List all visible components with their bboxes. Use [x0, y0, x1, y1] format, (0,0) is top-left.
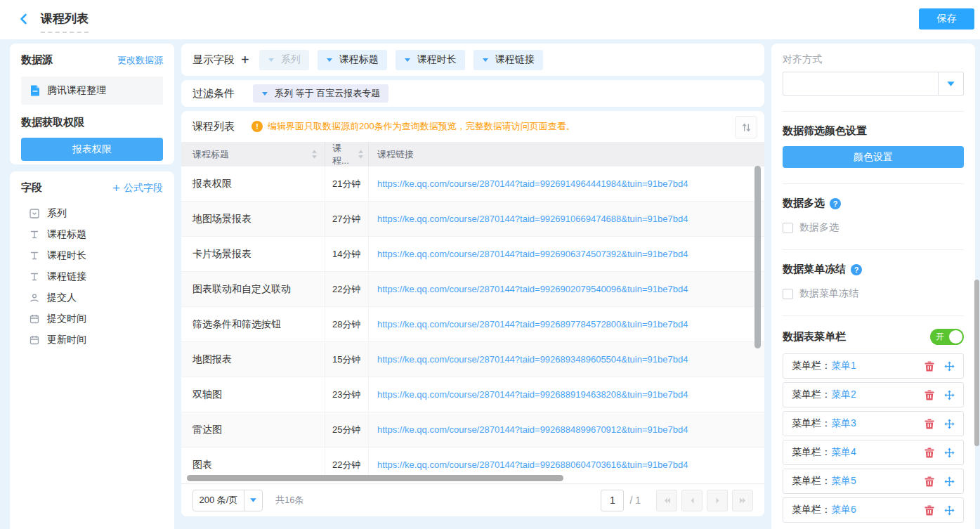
course-title-cell: 筛选条件和筛选按钮: [181, 307, 325, 341]
chevron-down-icon: [244, 490, 262, 511]
align-select[interactable]: [783, 72, 964, 96]
page: 课程列表 保存 数据源 更改数据源 腾讯课程整理 数据获取权限 报表权限 字段 …: [0, 0, 980, 529]
delete-icon[interactable]: [925, 505, 934, 516]
delete-icon[interactable]: [925, 419, 934, 429]
course-link[interactable]: https://ke.qq.com/course/2870144?taid=99…: [369, 272, 764, 306]
column-header-course-title[interactable]: 课程标题: [181, 142, 325, 166]
course-title-cell: 地图报表: [181, 342, 325, 377]
display-field-tag-course-title[interactable]: 课程标题: [318, 50, 387, 70]
calendar-icon: [30, 335, 39, 345]
course-link[interactable]: https://ke.qq.com/course/2870144?taid=99…: [369, 237, 764, 271]
menu-item[interactable]: 菜单栏： 菜单5: [783, 469, 964, 494]
text-field-icon: [30, 272, 39, 282]
course-link[interactable]: https://ke.qq.com/course/2870144?taid=99…: [369, 377, 764, 412]
menu-freeze-checkbox[interactable]: [783, 289, 793, 299]
menu-item[interactable]: 菜单栏： 菜单6: [783, 497, 964, 523]
page-total: / 1: [629, 495, 641, 506]
table-row: 图表联动和自定义联动 22分钟 https://ke.qq.com/course…: [181, 272, 764, 307]
color-settings-button[interactable]: 颜色设置: [783, 146, 964, 168]
save-button[interactable]: 保存: [919, 8, 974, 30]
delete-icon[interactable]: [925, 361, 934, 372]
page-title: 课程列表: [41, 11, 89, 33]
change-datasource-link[interactable]: 更改数据源: [117, 54, 163, 67]
display-field-tag-course-duration[interactable]: 课程时长: [396, 50, 465, 70]
menu-item[interactable]: 菜单栏： 菜单4: [783, 440, 964, 465]
course-duration-cell: 28分钟: [325, 307, 369, 341]
field-item-update-time[interactable]: 更新时间: [21, 329, 163, 351]
field-item-course-link[interactable]: 课程链接: [21, 266, 163, 287]
window-scrollbar[interactable]: [974, 280, 979, 446]
delete-icon[interactable]: [925, 390, 934, 400]
field-item-series[interactable]: 系列: [21, 203, 163, 224]
sort-updown-icon: [358, 150, 364, 159]
align-label: 对齐方式: [783, 53, 964, 66]
column-header-course-duration[interactable]: 课程...: [325, 142, 369, 166]
move-icon[interactable]: [944, 476, 955, 487]
menubar-toggle[interactable]: 开: [930, 329, 964, 345]
table-row: 雷达图 25分钟 https://ke.qq.com/course/287014…: [181, 412, 764, 448]
add-display-field-button[interactable]: +: [241, 53, 249, 67]
display-field-tag-course-link[interactable]: 课程链接: [473, 50, 543, 70]
back-icon[interactable]: [18, 13, 30, 25]
last-page-button[interactable]: [732, 490, 753, 511]
first-page-button[interactable]: [656, 490, 677, 511]
field-item-submit-time[interactable]: 提交时间: [21, 308, 163, 329]
field-item-course-title[interactable]: 课程标题: [21, 224, 163, 245]
help-icon[interactable]: ?: [851, 264, 862, 275]
move-icon[interactable]: [944, 419, 955, 429]
datasource-title: 数据源: [21, 53, 53, 67]
menu-item[interactable]: 菜单栏： 菜单1: [783, 353, 964, 379]
calendar-icon: [30, 314, 39, 324]
formula-field-link[interactable]: +公式字段: [112, 181, 163, 195]
course-link[interactable]: https://ke.qq.com/course/2870144?taid=99…: [369, 166, 764, 201]
next-page-button[interactable]: [707, 490, 728, 511]
delete-icon[interactable]: [925, 448, 934, 458]
divider: [783, 183, 964, 184]
column-header-course-link: 课程链接: [369, 142, 764, 166]
move-icon[interactable]: [944, 390, 955, 400]
move-icon[interactable]: [944, 448, 955, 458]
divider: [783, 315, 964, 316]
move-icon[interactable]: [944, 361, 955, 372]
help-icon[interactable]: ?: [830, 198, 841, 209]
course-title-cell: 双轴图: [181, 377, 325, 412]
page-size-select[interactable]: 200 条/页: [192, 490, 263, 511]
table-row: 双轴图 23分钟 https://ke.qq.com/course/287014…: [181, 377, 764, 412]
chevron-down-icon: [482, 58, 489, 63]
dropdown-field-icon: [30, 209, 39, 218]
course-duration-cell: 14分钟: [325, 237, 369, 271]
menu-item[interactable]: 菜单栏： 菜单2: [783, 382, 964, 407]
course-link[interactable]: https://ke.qq.com/course/2870144?taid=99…: [369, 342, 764, 377]
person-icon: [30, 293, 39, 303]
table-row: 筛选条件和筛选按钮 28分钟 https://ke.qq.com/course/…: [181, 307, 764, 342]
display-fields-bar: 显示字段 + 系列 课程标题 课程时长 课程链接: [181, 44, 764, 76]
datasource-item[interactable]: 腾讯课程整理: [21, 77, 163, 105]
toggle-knob: [949, 330, 962, 344]
field-item-course-duration[interactable]: 课程时长: [21, 245, 163, 266]
course-title-cell: 图表联动和自定义联动: [181, 272, 325, 306]
table-row: 卡片场景报表 14分钟 https://ke.qq.com/course/287…: [181, 237, 764, 272]
table-vertical-scrollbar[interactable]: [754, 166, 761, 348]
display-field-tag-series[interactable]: 系列: [259, 50, 309, 70]
table-row: 地图场景报表 27分钟 https://ke.qq.com/course/287…: [181, 202, 764, 237]
table-sort-button[interactable]: [735, 116, 757, 138]
table-title: 课程列表: [192, 120, 235, 133]
course-link[interactable]: https://ke.qq.com/course/2870144?taid=99…: [369, 202, 764, 236]
table-body: 报表权限 21分钟 https://ke.qq.com/course/28701…: [181, 166, 764, 480]
field-item-submitter[interactable]: 提交人: [21, 287, 163, 308]
filter-condition-tag[interactable]: 系列 等于 百宝云报表专题: [253, 84, 388, 103]
settings-panel: 对齐方式 数据筛选颜色设置 颜色设置 数据多选 ? 数据多选 数据菜单冻结 ? …: [771, 44, 975, 529]
course-duration-cell: 21分钟: [325, 166, 369, 201]
multi-select-checkbox[interactable]: [783, 223, 793, 233]
move-icon[interactable]: [944, 505, 955, 516]
table-horizontal-scrollbar[interactable]: [187, 475, 563, 481]
datasource-name: 腾讯课程整理: [47, 84, 106, 97]
course-link[interactable]: https://ke.qq.com/course/2870144?taid=99…: [369, 412, 764, 447]
report-permission-button[interactable]: 报表权限: [21, 138, 163, 161]
delete-icon[interactable]: [925, 476, 934, 487]
page-input[interactable]: [601, 490, 624, 511]
course-link[interactable]: https://ke.qq.com/course/2870144?taid=99…: [369, 307, 764, 341]
menu-item[interactable]: 菜单栏： 菜单3: [783, 411, 964, 436]
divider: [783, 111, 964, 112]
prev-page-button[interactable]: [681, 490, 703, 511]
